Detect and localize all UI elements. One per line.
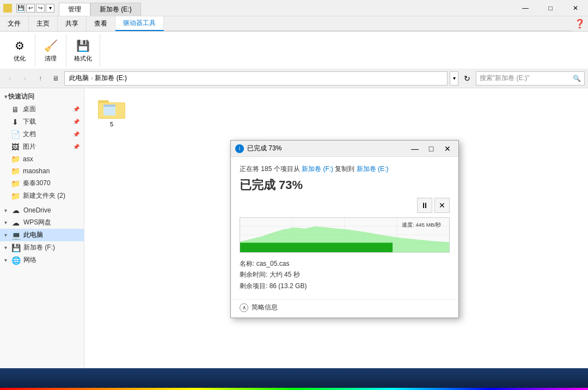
sidebar-wps-label: WPS网盘: [23, 218, 51, 227]
network-icon: 🌐: [11, 256, 20, 265]
desktop-icon: 🖥: [11, 105, 20, 114]
folder-icon: [3, 4, 12, 13]
path-computer[interactable]: 此电脑: [69, 74, 89, 83]
sidebar-item-drivef[interactable]: ▾ 💾 新加卷 (F:): [0, 241, 84, 254]
sidebar-item-asx[interactable]: 📁 asx: [0, 153, 84, 165]
up-button[interactable]: ↑: [34, 72, 47, 85]
sidebar-item-wps[interactable]: ▾ ☁ WPS网盘: [0, 216, 84, 229]
save-quick-btn[interactable]: 💾: [16, 4, 25, 13]
tab-manage[interactable]: 管理: [59, 3, 90, 16]
items-value: 86 (13.2 GB): [270, 282, 307, 290]
tab-share[interactable]: 共享: [58, 16, 87, 31]
sidebar-qintai-label: 秦泰3070: [23, 179, 51, 188]
sidebar-item-maoshan[interactable]: 📁 maoshan: [0, 165, 84, 177]
ribbon-tabs: 文件 主页 共享 查看 驱动器工具 ❓: [0, 16, 588, 32]
drivef-icon: 💾: [11, 243, 20, 252]
file-name-label: 名称:: [240, 260, 254, 267]
sidebar-header-quickaccess[interactable]: ▾ 快速访问: [0, 90, 84, 103]
refresh-button[interactable]: ↻: [461, 71, 474, 86]
forward-button[interactable]: ›: [19, 72, 32, 85]
maximize-button[interactable]: □: [538, 0, 563, 16]
cancel-button[interactable]: ✕: [434, 198, 450, 213]
dest-link[interactable]: 新加卷 (E:): [357, 165, 389, 173]
sidebar-documents-label: 文档: [23, 130, 36, 139]
folder-label-5: 5: [110, 121, 113, 127]
sidebar-item-thispc[interactable]: ▾ 💻 此电脑: [0, 229, 84, 241]
sidebar-item-pictures[interactable]: 🖼 图片 📌: [0, 141, 84, 153]
expand-arrow-quickaccess: ▾: [4, 94, 7, 100]
optimize-btn[interactable]: ⚙ 优化: [8, 37, 32, 64]
sidebar-item-documents[interactable]: 📄 文档 📌: [0, 128, 84, 141]
sidebar-asx-label: asx: [23, 155, 33, 163]
format-btn[interactable]: 💾 格式化: [70, 37, 96, 64]
expand-arrow-network: ▾: [4, 257, 7, 263]
source-link[interactable]: 新加卷 (F:): [302, 165, 333, 173]
progress-container: 速度: 445 MB/秒: [240, 217, 450, 253]
tab-home[interactable]: 主页: [29, 16, 58, 31]
help-button[interactable]: ❓: [572, 16, 588, 31]
search-box[interactable]: 搜索"新加卷 (E:)" 🔍: [476, 71, 585, 86]
tab-file[interactable]: 文件: [0, 16, 29, 31]
tab-drive-tools[interactable]: 驱动器工具: [115, 16, 164, 31]
dialog-title-bar: i 已完成 73% — □ ✕: [231, 141, 458, 157]
minimize-button[interactable]: —: [513, 0, 538, 16]
main-layout: ▾ 快速访问 🖥 桌面 📌 ⬇ 下载 📌 📄 文档 📌 🖼 图片 �: [0, 88, 588, 376]
format-label: 格式化: [74, 54, 92, 63]
sidebar-item-desktop[interactable]: 🖥 桌面 📌: [0, 103, 84, 115]
dialog-close-button[interactable]: ✕: [441, 143, 454, 154]
onedrive-icon: ☁: [11, 206, 20, 215]
sidebar-pictures-label: 图片: [23, 142, 36, 151]
sidebar-drivef-label: 新加卷 (F:): [23, 243, 55, 252]
sidebar-newfolder-label: 新建文件夹 (2): [23, 191, 65, 200]
progress-area: ⏸ ✕: [240, 198, 450, 253]
optimize-label: 优化: [14, 54, 26, 63]
thispc-icon: 💻: [11, 231, 20, 240]
search-icon[interactable]: 🔍: [573, 75, 581, 82]
dialog-from-text: 正在将 185 个项目从 新加卷 (F:) 复制到 新加卷 (E:): [240, 164, 450, 174]
cleanup-btn[interactable]: 🧹 清理: [39, 37, 63, 64]
address-path[interactable]: 此电脑 › 新加卷 (E:): [64, 71, 448, 86]
tab-drive[interactable]: 新加卷 (E:): [90, 3, 141, 16]
sidebar-item-network[interactable]: ▾ 🌐 网络: [0, 254, 84, 266]
ribbon-group-format: 💾 格式化: [66, 34, 100, 66]
format-icon: 💾: [76, 38, 91, 53]
sidebar-maoshan-label: maoshan: [23, 167, 50, 175]
ribbon-content: ⚙ 优化 🧹 清理 💾 格式化: [0, 32, 588, 69]
title-bar: 💾 ↩ ↪ ▾ 管理 新加卷 (E:) — □ ✕: [0, 0, 588, 16]
dropdown-quick-btn[interactable]: ▾: [46, 4, 54, 13]
sidebar-item-qintai[interactable]: 📁 秦泰3070: [0, 177, 84, 190]
dialog-minimize-button[interactable]: —: [408, 143, 421, 154]
title-bar-left: 💾 ↩ ↪ ▾: [0, 4, 54, 13]
sidebar-item-newfolder[interactable]: 📁 新建文件夹 (2): [0, 190, 84, 202]
tab-view[interactable]: 查看: [87, 16, 115, 31]
time-label: 剩余时间:: [240, 271, 267, 278]
time-value: 大约 45 秒: [270, 271, 300, 278]
sidebar-downloads-label: 下载: [23, 117, 36, 126]
downloads-icon: ⬇: [11, 118, 20, 126]
address-dropdown[interactable]: ▾: [450, 71, 458, 86]
redo-quick-btn[interactable]: ↪: [36, 4, 45, 13]
optimize-icon: ⚙: [12, 38, 27, 53]
expand-arrow-wps: ▾: [4, 220, 7, 226]
dialog-maximize-button[interactable]: □: [425, 143, 438, 154]
brief-info-button[interactable]: ∧ 简略信息: [240, 303, 450, 312]
brief-info-label: 简略信息: [252, 303, 278, 312]
svg-rect-0: [4, 7, 11, 11]
sidebar-quickaccess-label: 快速访问: [8, 92, 34, 101]
wps-icon: ☁: [11, 218, 20, 227]
sidebar-item-downloads[interactable]: ⬇ 下载 📌: [0, 115, 84, 128]
undo-quick-btn[interactable]: ↩: [26, 4, 35, 13]
pictures-icon: 🖼: [11, 143, 20, 151]
sidebar-item-onedrive[interactable]: ▾ ☁ OneDrive: [0, 204, 84, 216]
folder-item-5[interactable]: 5: [90, 94, 133, 131]
expand-arrow-onedrive: ▾: [4, 208, 7, 214]
close-button[interactable]: ✕: [563, 0, 588, 16]
path-drive[interactable]: 新加卷 (E:): [95, 74, 127, 83]
taskbar-colorbar: [0, 388, 588, 390]
pause-button[interactable]: ⏸: [417, 198, 432, 213]
dialog-title-text: 已完成 73%: [247, 144, 405, 153]
sidebar-desktop-label: 桌面: [23, 105, 36, 114]
computer-button[interactable]: 🖥: [49, 72, 62, 85]
svg-rect-6: [103, 105, 115, 107]
back-button[interactable]: ‹: [3, 72, 16, 85]
